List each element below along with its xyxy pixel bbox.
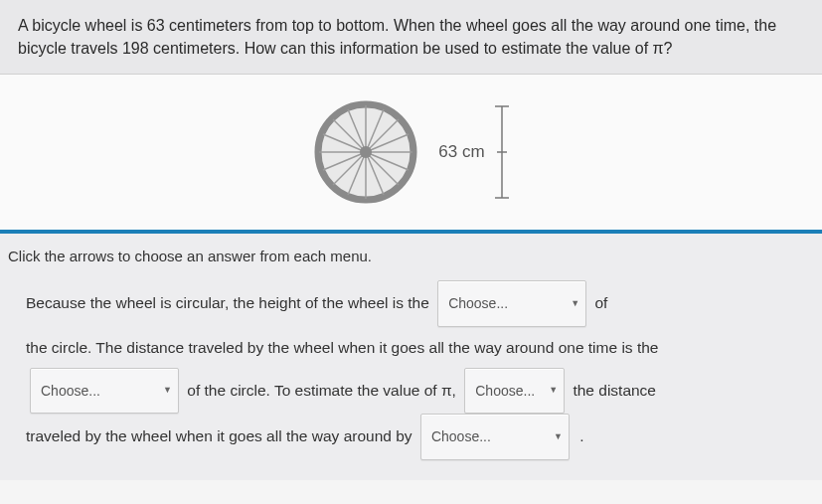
sentence-part-2: of [594, 294, 607, 311]
sentence-part-6: traveled by the wheel when it goes all t… [26, 427, 412, 444]
chevron-down-icon: ▼ [554, 425, 563, 448]
chevron-down-icon: ▼ [163, 379, 172, 402]
diagram-area: 63 cm [0, 75, 822, 234]
measurement-label: 63 cm [438, 142, 484, 162]
dropdown-1-label: Choose... [448, 285, 508, 321]
question-text: A bicycle wheel is 63 centimeters from t… [18, 17, 776, 57]
measurement-bracket-icon [493, 102, 511, 202]
dropdown-3[interactable]: Choose... ▼ [464, 368, 565, 414]
dropdown-3-label: Choose... [475, 373, 535, 409]
answer-area: Click the arrows to choose an answer fro… [0, 234, 822, 479]
sentence-part-4: of the circle. To estimate the value of … [187, 382, 456, 399]
chevron-down-icon: ▼ [571, 292, 579, 315]
sentence-part-3: the circle. The distance traveled by the… [26, 339, 658, 356]
svg-point-17 [360, 146, 372, 158]
question-prompt: A bicycle wheel is 63 centimeters from t… [0, 0, 822, 75]
dropdown-4[interactable]: Choose... ▼ [420, 414, 570, 459]
sentence-part-1: Because the wheel is circular, the heigh… [26, 294, 429, 311]
dropdown-2[interactable]: Choose... ▼ [30, 368, 179, 414]
instruction-text: Click the arrows to choose an answer fro… [4, 248, 806, 264]
sentence-part-5: the distance [573, 382, 656, 399]
measurement: 63 cm [438, 102, 510, 202]
wheel-icon [311, 97, 420, 207]
sentence-period: . [579, 427, 583, 444]
dropdown-1[interactable]: Choose... ▼ [437, 280, 586, 326]
dropdown-2-label: Choose... [41, 373, 100, 409]
dropdown-4-label: Choose... [431, 419, 491, 454]
chevron-down-icon: ▼ [549, 379, 558, 402]
fill-in-sentence: Because the wheel is circular, the heigh… [4, 280, 806, 459]
